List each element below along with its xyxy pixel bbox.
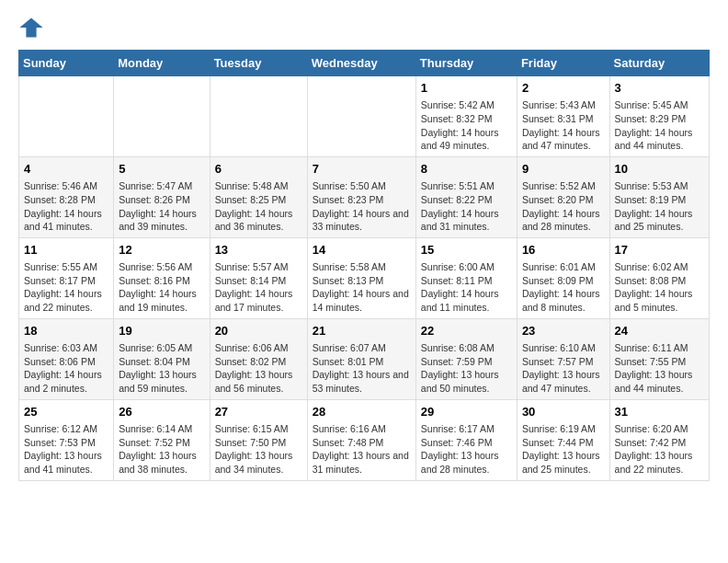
day-number: 20	[215, 323, 302, 339]
day-info: Sunrise: 6:16 AMSunset: 7:48 PMDaylight:…	[313, 422, 411, 477]
day-number: 26	[119, 404, 204, 420]
header-saturday: Saturday	[609, 51, 709, 76]
day-number: 2	[522, 80, 605, 97]
day-number: 1	[421, 80, 512, 97]
day-number: 17	[615, 242, 704, 259]
day-info: Sunrise: 5:52 AMSunset: 8:20 PMDaylight:…	[522, 179, 605, 234]
calendar-cell: 4Sunrise: 5:46 AMSunset: 8:28 PMDaylight…	[19, 156, 114, 237]
calendar-cell: 16Sunrise: 6:01 AMSunset: 8:09 PMDayligh…	[517, 237, 609, 318]
day-number: 16	[522, 242, 605, 259]
day-info: Sunrise: 6:12 AMSunset: 7:53 PMDaylight:…	[24, 422, 108, 477]
header-thursday: Thursday	[415, 51, 517, 76]
day-number: 7	[313, 161, 411, 178]
calendar-cell: 21Sunrise: 6:07 AMSunset: 8:01 PMDayligh…	[307, 318, 415, 399]
day-info: Sunrise: 5:48 AMSunset: 8:25 PMDaylight:…	[215, 179, 302, 234]
day-info: Sunrise: 6:14 AMSunset: 7:52 PMDaylight:…	[119, 422, 204, 477]
calendar-cell: 31Sunrise: 6:20 AMSunset: 7:42 PMDayligh…	[609, 399, 709, 480]
day-info: Sunrise: 6:15 AMSunset: 7:50 PMDaylight:…	[215, 422, 302, 477]
day-number: 13	[215, 242, 302, 259]
calendar-cell: 3Sunrise: 5:45 AMSunset: 8:29 PMDaylight…	[609, 76, 709, 157]
day-number: 22	[421, 323, 512, 339]
svg-marker-0	[19, 18, 42, 38]
day-info: Sunrise: 5:57 AMSunset: 8:14 PMDaylight:…	[215, 260, 302, 315]
header-tuesday: Tuesday	[210, 51, 307, 76]
calendar-cell: 5Sunrise: 5:47 AMSunset: 8:26 PMDaylight…	[114, 156, 210, 237]
calendar-week-1: 1Sunrise: 5:42 AMSunset: 8:32 PMDaylight…	[19, 76, 710, 157]
calendar-cell	[210, 76, 307, 157]
day-info: Sunrise: 6:17 AMSunset: 7:46 PMDaylight:…	[421, 422, 512, 477]
calendar-week-3: 11Sunrise: 5:55 AMSunset: 8:17 PMDayligh…	[19, 237, 710, 318]
day-info: Sunrise: 5:56 AMSunset: 8:16 PMDaylight:…	[119, 260, 204, 315]
calendar-cell: 6Sunrise: 5:48 AMSunset: 8:25 PMDaylight…	[210, 156, 307, 237]
calendar-cell: 2Sunrise: 5:43 AMSunset: 8:31 PMDaylight…	[517, 76, 609, 157]
day-number: 6	[215, 161, 302, 178]
day-number: 3	[615, 80, 704, 97]
calendar-cell: 19Sunrise: 6:05 AMSunset: 8:04 PMDayligh…	[114, 318, 210, 399]
calendar-cell: 20Sunrise: 6:06 AMSunset: 8:02 PMDayligh…	[210, 318, 307, 399]
calendar-cell: 22Sunrise: 6:08 AMSunset: 7:59 PMDayligh…	[415, 318, 517, 399]
day-info: Sunrise: 5:58 AMSunset: 8:13 PMDaylight:…	[313, 260, 411, 315]
day-number: 29	[421, 404, 512, 420]
day-info: Sunrise: 6:10 AMSunset: 7:57 PMDaylight:…	[522, 341, 605, 396]
day-number: 18	[24, 323, 108, 339]
calendar-week-4: 18Sunrise: 6:03 AMSunset: 8:06 PMDayligh…	[19, 318, 710, 399]
calendar-cell: 1Sunrise: 5:42 AMSunset: 8:32 PMDaylight…	[415, 76, 517, 157]
calendar-cell: 24Sunrise: 6:11 AMSunset: 7:55 PMDayligh…	[609, 318, 709, 399]
day-number: 28	[313, 404, 411, 420]
calendar-cell: 10Sunrise: 5:53 AMSunset: 8:19 PMDayligh…	[609, 156, 709, 237]
calendar-cell: 17Sunrise: 6:02 AMSunset: 8:08 PMDayligh…	[609, 237, 709, 318]
calendar-cell	[114, 76, 210, 157]
calendar-cell	[19, 76, 114, 157]
calendar-cell: 27Sunrise: 6:15 AMSunset: 7:50 PMDayligh…	[210, 399, 307, 480]
day-info: Sunrise: 6:05 AMSunset: 8:04 PMDaylight:…	[119, 341, 204, 396]
calendar-cell: 18Sunrise: 6:03 AMSunset: 8:06 PMDayligh…	[19, 318, 114, 399]
header-wednesday: Wednesday	[307, 51, 415, 76]
day-number: 12	[119, 242, 204, 259]
calendar-cell: 26Sunrise: 6:14 AMSunset: 7:52 PMDayligh…	[114, 399, 210, 480]
day-number: 23	[522, 323, 605, 339]
day-info: Sunrise: 5:45 AMSunset: 8:29 PMDaylight:…	[615, 98, 704, 153]
day-info: Sunrise: 5:47 AMSunset: 8:26 PMDaylight:…	[119, 179, 204, 234]
calendar-cell: 29Sunrise: 6:17 AMSunset: 7:46 PMDayligh…	[415, 399, 517, 480]
day-info: Sunrise: 6:00 AMSunset: 8:11 PMDaylight:…	[421, 260, 512, 315]
calendar-cell: 8Sunrise: 5:51 AMSunset: 8:22 PMDaylight…	[415, 156, 517, 237]
header-sunday: Sunday	[19, 51, 114, 76]
header	[18, 15, 710, 40]
day-info: Sunrise: 5:43 AMSunset: 8:31 PMDaylight:…	[522, 98, 605, 153]
calendar-table: SundayMondayTuesdayWednesdayThursdayFrid…	[18, 50, 710, 481]
calendar-cell: 13Sunrise: 5:57 AMSunset: 8:14 PMDayligh…	[210, 237, 307, 318]
day-info: Sunrise: 6:19 AMSunset: 7:44 PMDaylight:…	[522, 422, 605, 477]
day-number: 27	[215, 404, 302, 420]
calendar-cell: 15Sunrise: 6:00 AMSunset: 8:11 PMDayligh…	[415, 237, 517, 318]
day-info: Sunrise: 6:11 AMSunset: 7:55 PMDaylight:…	[615, 341, 704, 396]
day-info: Sunrise: 5:42 AMSunset: 8:32 PMDaylight:…	[421, 98, 512, 153]
day-number: 21	[313, 323, 411, 339]
day-number: 24	[615, 323, 704, 339]
calendar-cell: 12Sunrise: 5:56 AMSunset: 8:16 PMDayligh…	[114, 237, 210, 318]
day-info: Sunrise: 5:55 AMSunset: 8:17 PMDaylight:…	[24, 260, 108, 315]
day-info: Sunrise: 6:01 AMSunset: 8:09 PMDaylight:…	[522, 260, 605, 315]
calendar-body: 1Sunrise: 5:42 AMSunset: 8:32 PMDaylight…	[19, 76, 710, 481]
day-info: Sunrise: 5:50 AMSunset: 8:23 PMDaylight:…	[313, 179, 411, 234]
calendar-header: SundayMondayTuesdayWednesdayThursdayFrid…	[19, 51, 710, 76]
calendar-cell: 23Sunrise: 6:10 AMSunset: 7:57 PMDayligh…	[517, 318, 609, 399]
day-info: Sunrise: 6:20 AMSunset: 7:42 PMDaylight:…	[615, 422, 704, 477]
day-info: Sunrise: 5:46 AMSunset: 8:28 PMDaylight:…	[24, 179, 108, 234]
day-info: Sunrise: 5:51 AMSunset: 8:22 PMDaylight:…	[421, 179, 512, 234]
day-info: Sunrise: 6:08 AMSunset: 7:59 PMDaylight:…	[421, 341, 512, 396]
calendar-week-2: 4Sunrise: 5:46 AMSunset: 8:28 PMDaylight…	[19, 156, 710, 237]
calendar-cell: 11Sunrise: 5:55 AMSunset: 8:17 PMDayligh…	[19, 237, 114, 318]
calendar-cell: 14Sunrise: 5:58 AMSunset: 8:13 PMDayligh…	[307, 237, 415, 318]
day-number: 19	[119, 323, 204, 339]
header-row: SundayMondayTuesdayWednesdayThursdayFrid…	[19, 51, 710, 76]
header-monday: Monday	[114, 51, 210, 76]
calendar-cell: 7Sunrise: 5:50 AMSunset: 8:23 PMDaylight…	[307, 156, 415, 237]
calendar-cell	[307, 76, 415, 157]
day-number: 5	[119, 161, 204, 178]
day-number: 30	[522, 404, 605, 420]
day-number: 4	[24, 161, 108, 178]
calendar-week-5: 25Sunrise: 6:12 AMSunset: 7:53 PMDayligh…	[19, 399, 710, 480]
day-number: 9	[522, 161, 605, 178]
day-number: 25	[24, 404, 108, 420]
day-number: 8	[421, 161, 512, 178]
